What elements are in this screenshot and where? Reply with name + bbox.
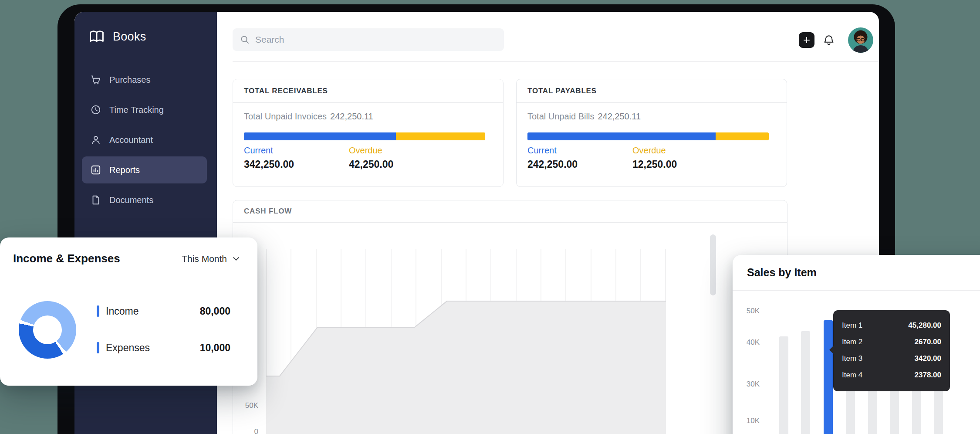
- sidebar-item-reports[interactable]: Reports: [82, 156, 207, 183]
- divider: [233, 102, 503, 103]
- legend-value: 10,000: [200, 342, 230, 354]
- tooltip-value: 45,280.00: [908, 321, 941, 330]
- card-title: Income & Expenses: [13, 252, 120, 265]
- current-value: 242,250.00: [527, 159, 578, 170]
- unpaid-value: 242,250.11: [330, 112, 373, 121]
- overdue-segment: [716, 132, 769, 140]
- search-bar: [233, 28, 504, 51]
- page: { "app": { "window_title": "Books" }, "s…: [0, 0, 980, 434]
- sidebar-item-accountant[interactable]: Accountant: [82, 126, 207, 153]
- sidebar-item-documents[interactable]: Documents: [82, 186, 207, 214]
- chart-bar[interactable]: [779, 336, 788, 434]
- card-title: CASH FLOW: [244, 200, 292, 222]
- unpaid-label: Total Unpaid Invoices: [244, 112, 327, 121]
- avatar-image: [848, 27, 873, 53]
- sidebar-item-label: Purchases: [109, 75, 151, 85]
- chart-bar-highlighted[interactable]: [824, 320, 833, 434]
- sales-by-item-header: Sales by Item: [733, 255, 980, 290]
- overdue-value: 12,250.00: [632, 159, 677, 170]
- total-receivables-card: TOTAL RECEIVABLES Total Unpaid Invoices2…: [233, 79, 504, 187]
- divider: [233, 222, 787, 223]
- card-title: TOTAL PAYABLES: [527, 79, 597, 102]
- sidebar-menu: Purchases Time Tracking: [74, 63, 217, 217]
- income-expenses-donut-chart: [19, 301, 76, 359]
- legend-item-income: Income 80,000: [97, 302, 230, 320]
- unpaid-invoices-line: Total Unpaid Invoices242,250.11: [244, 112, 373, 122]
- scrollbar-thumb[interactable]: [710, 234, 716, 295]
- current-segment: [527, 132, 716, 140]
- search-icon: [240, 34, 250, 45]
- tooltip-row: Item 4 2378.00: [842, 367, 941, 383]
- sidebar-item-label: Time Tracking: [109, 105, 164, 115]
- sales-by-item-card: Sales by Item 50K 40K 30K 10K Item 1 45,…: [733, 255, 980, 434]
- tooltip-value: 2378.00: [915, 371, 941, 380]
- document-icon: [90, 194, 101, 206]
- legend-label: Expenses: [106, 342, 150, 354]
- income-expenses-header: Income & Expenses This Month: [0, 237, 257, 280]
- plus-icon: [802, 36, 811, 44]
- y-axis-label: 50K: [739, 307, 760, 315]
- period-dropdown[interactable]: This Month: [182, 254, 240, 264]
- y-axis-label: 30K: [739, 380, 760, 389]
- tooltip-label: Item 1: [842, 321, 862, 330]
- tooltip-value: 2670.00: [915, 338, 941, 346]
- income-expenses-card: Income & Expenses This Month Income 80,0…: [0, 237, 257, 386]
- overdue-segment: [396, 132, 485, 140]
- y-axis-label: 0: [238, 427, 258, 434]
- y-axis-label: 10K: [739, 417, 760, 425]
- legend-value: 80,000: [200, 305, 230, 317]
- sidebar-item-time-tracking[interactable]: Time Tracking: [82, 96, 207, 123]
- bar-chart-icon: [90, 164, 101, 176]
- clock-icon: [90, 104, 101, 115]
- payables-progress-bar: [527, 132, 769, 140]
- tooltip-row: Item 3 3420.00: [842, 350, 941, 367]
- tooltip-label: Item 4: [842, 371, 862, 380]
- quick-create-button[interactable]: [799, 32, 814, 48]
- search-input[interactable]: [255, 34, 497, 45]
- cash-flow-card: CASH FLOW 50K 0: [233, 200, 787, 434]
- card-title: TOTAL RECEIVABLES: [244, 79, 328, 102]
- app-logo: Books: [88, 27, 146, 46]
- tooltip-row: Item 1 45,280.00: [842, 317, 941, 334]
- overdue-value: 42,250.00: [349, 159, 393, 170]
- app-title: Books: [113, 30, 146, 44]
- unpaid-label: Total Unpaid Bills: [527, 112, 594, 121]
- user-avatar[interactable]: [848, 27, 873, 53]
- sidebar-item-label: Documents: [109, 195, 153, 205]
- current-segment: [244, 132, 396, 140]
- current-value: 342,250.00: [244, 159, 294, 170]
- notifications-button[interactable]: [820, 31, 838, 49]
- y-axis-label: 40K: [739, 338, 760, 347]
- legend-label: Income: [106, 305, 139, 317]
- period-label: This Month: [182, 254, 227, 264]
- chevron-down-icon: [232, 255, 240, 263]
- cash-flow-area-chart: [266, 249, 666, 434]
- tooltip-value: 3420.00: [915, 354, 941, 363]
- person-icon: [90, 134, 101, 146]
- topbar-divider: [233, 61, 879, 62]
- divider: [0, 280, 257, 280]
- legend-item-expenses: Expenses 10,000: [97, 339, 230, 357]
- legend-tick: [97, 342, 99, 353]
- current-label: Current: [527, 146, 557, 156]
- overdue-label: Overdue: [632, 146, 666, 156]
- divider: [517, 102, 787, 103]
- sidebar-item-label: Accountant: [109, 135, 153, 145]
- cart-icon: [90, 74, 101, 85]
- books-logo-icon: [88, 27, 106, 46]
- legend-tick: [97, 305, 99, 317]
- divider: [733, 290, 980, 291]
- chart-bar[interactable]: [801, 331, 810, 434]
- receivables-progress-bar: [244, 132, 485, 140]
- total-payables-card: TOTAL PAYABLES Total Unpaid Bills242,250…: [516, 79, 787, 187]
- y-axis-label: 50K: [238, 401, 258, 410]
- card-title: Sales by Item: [747, 266, 817, 279]
- tooltip-label: Item 2: [842, 338, 862, 346]
- unpaid-value: 242,250.11: [598, 112, 641, 121]
- tooltip-row: Item 2 2670.00: [842, 334, 941, 350]
- unpaid-bills-line: Total Unpaid Bills242,250.11: [527, 112, 641, 122]
- current-label: Current: [244, 146, 273, 156]
- sidebar-item-purchases[interactable]: Purchases: [82, 66, 207, 93]
- tooltip-label: Item 3: [842, 354, 862, 363]
- bell-icon: [822, 34, 835, 47]
